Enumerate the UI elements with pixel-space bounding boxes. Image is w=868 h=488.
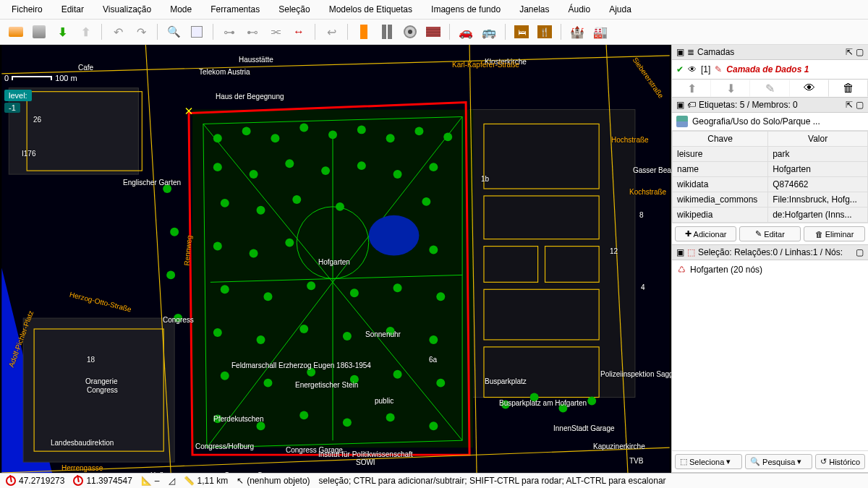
disk-icon <box>33 25 46 38</box>
collapse-icon[interactable]: ▣ <box>676 100 684 110</box>
menu-visualizacao[interactable]: Visualização <box>100 3 154 16</box>
history-button[interactable]: ↺Histórico <box>815 454 865 469</box>
cursor-icon: ⬚ <box>680 457 687 466</box>
save-button[interactable] <box>29 22 49 41</box>
history-icon: ↺ <box>820 457 827 466</box>
label-congress-garage2: Congress Garage <box>224 471 281 473</box>
tag-row[interactable]: leisurepark <box>673 147 868 162</box>
tags-category[interactable]: Geografia/Uso do Solo/Parque ... <box>672 113 868 131</box>
label-landesbau: Landesbaudirektion <box>51 439 114 447</box>
toolbar-separator <box>449 24 450 40</box>
label-i176: I176 <box>22 150 35 158</box>
layer-visibility-button[interactable]: 👁 <box>790 80 829 97</box>
preset-castle-button[interactable]: 🏰 <box>567 22 587 41</box>
pin-icon[interactable]: ⇱ <box>846 47 853 57</box>
collapse-icon[interactable]: ▣ <box>676 47 684 57</box>
open-button[interactable] <box>6 22 26 41</box>
label-sonnenuhr: Sonnenuhr <box>365 330 401 338</box>
lon-icon <box>73 476 83 486</box>
layer-item[interactable]: ✔ 👁 [1] ✎ Camada de Dados 1 <box>675 63 865 76</box>
label-rennweg: Rennweg <box>183 235 194 266</box>
eye-icon[interactable]: 👁 <box>688 64 697 74</box>
bed-icon: 🛏 <box>514 25 529 38</box>
menu-mode[interactable]: Mode <box>167 3 195 16</box>
tags-col-key[interactable]: Chave <box>673 132 768 147</box>
close-icon[interactable]: ▢ <box>856 100 864 110</box>
undo-button[interactable]: ↶ <box>108 22 128 41</box>
label-12: 12 <box>610 247 618 255</box>
zoom-selection-button[interactable] <box>187 22 207 41</box>
preset-landuse-button[interactable] <box>354 22 374 41</box>
split-way-button[interactable]: ⊷ <box>242 22 263 41</box>
preset-restaurant-button[interactable]: 🍴 <box>535 22 555 41</box>
tag-row[interactable]: wikipediade:Hofgarten (Inns... <box>673 207 868 223</box>
tag-key: wikimedia_commons <box>673 192 768 207</box>
layer-activate-button[interactable]: ✎ <box>750 80 789 97</box>
layer-up-button[interactable]: ⬆ <box>672 80 711 97</box>
preset-bus-button[interactable]: 🚌 <box>479 22 499 41</box>
tag-row[interactable]: wikimedia_commonsFile:Innsbruck, Hofg... <box>673 192 868 207</box>
delete-tag-button[interactable]: 🗑Eliminar <box>804 226 865 241</box>
close-icon[interactable]: ▢ <box>856 247 864 257</box>
menu-selecao[interactable]: Seleção <box>276 3 312 16</box>
preset-car-button[interactable]: 🚗 <box>456 22 476 41</box>
menu-modelos-etiquetas[interactable]: Modelos de Etiquetas <box>326 3 415 16</box>
label-congress: Congress <box>163 316 194 324</box>
merge-nodes-button[interactable]: ⊶ <box>219 22 239 41</box>
tag-key: name <box>673 162 768 177</box>
layer-down-button[interactable]: ⬇ <box>711 80 750 97</box>
search-button[interactable]: 🔍Pesquisa▾ <box>745 454 812 469</box>
label-26: 26 <box>33 116 41 124</box>
preset-hotel-button[interactable]: 🛏 <box>511 22 532 41</box>
preset-factory-button[interactable]: 🏭 <box>590 22 610 41</box>
combine-button[interactable]: ⫘ <box>265 22 286 41</box>
upload-button[interactable]: ⬆ <box>75 22 95 41</box>
label-siebererstrasse: Siebererstraße <box>631 56 665 99</box>
label-busparkplatz: Busparkplatz <box>485 377 527 385</box>
menu-ficheiro[interactable]: Ficheiro <box>9 3 46 16</box>
close-icon[interactable]: ▢ <box>856 47 864 57</box>
tags-col-value[interactable]: Valor <box>768 132 868 147</box>
menu-audio[interactable]: Áudio <box>566 3 594 16</box>
layer-delete-button[interactable]: 🗑 <box>829 80 868 97</box>
add-tag-button[interactable]: ✚Adicionar <box>675 226 736 241</box>
menu-editar[interactable]: Editar <box>59 3 87 16</box>
preset-wall-button[interactable] <box>423 22 443 41</box>
label-kochstrasse: Kochstraße <box>629 188 666 196</box>
toolbar-separator <box>213 24 213 40</box>
toolbar-separator <box>347 24 348 40</box>
collapse-icon[interactable]: ▣ <box>676 247 684 257</box>
cursor-icon: ↖ <box>237 476 244 486</box>
label-energetischer-stein: Energetischer Stein <box>295 381 358 389</box>
tags-icon: 🏷 <box>687 100 696 110</box>
visible-icon[interactable]: ✔ <box>676 64 684 74</box>
preset-road-button[interactable] <box>377 22 397 41</box>
preset-roundabout-button[interactable] <box>400 22 420 41</box>
tags-actions: ✚Adicionar ✎Editar 🗑Eliminar <box>672 223 868 244</box>
menu-imagens-fundo[interactable]: Imagens de fundo <box>428 3 503 16</box>
edit-tag-button[interactable]: ✎Editar <box>739 226 801 241</box>
pin-icon[interactable]: ⇱ <box>846 100 853 110</box>
angle-icon: 📐 <box>141 476 152 486</box>
tag-row[interactable]: nameHofgarten <box>673 162 868 177</box>
cutlery-icon: 🍴 <box>537 25 552 38</box>
edit-icon: ✎ <box>715 64 722 74</box>
label-feldmarschall: Feldmarschall Erzherzog Eugen 1863-1954 <box>231 361 371 369</box>
tag-row[interactable]: wikidataQ874662 <box>673 177 868 192</box>
triangle-icon: ◿ <box>169 476 175 486</box>
label-hochstrasse: Hochstraße <box>611 136 649 144</box>
download-button[interactable]: ⬇ <box>52 22 72 41</box>
layer-name: Camada de Dados 1 <box>726 64 809 74</box>
zoom-button[interactable]: 🔍 <box>163 22 184 41</box>
statusbar: 47.2719273 11.3974547 📐– ◿ 📏1,11 km ↖(ne… <box>0 473 868 488</box>
menu-ferramentas[interactable]: Ferramentas <box>208 3 263 16</box>
back-button[interactable]: ↩ <box>321 22 341 41</box>
menu-janelas[interactable]: Janelas <box>516 3 552 16</box>
select-button[interactable]: ⬚Seleciona▾ <box>675 454 742 469</box>
map-view[interactable]: 0100 m level: -1 Hofgarten Englischer Ga… <box>0 45 671 473</box>
label-telekom: Telekom Austria <box>199 68 250 76</box>
selection-item[interactable]: ♺ Hofgarten (20 nós) <box>676 263 864 276</box>
redo-button[interactable]: ↷ <box>131 22 151 41</box>
reverse-button[interactable]: ↔ <box>289 22 309 41</box>
menu-ajuda[interactable]: Ajuda <box>606 3 634 16</box>
